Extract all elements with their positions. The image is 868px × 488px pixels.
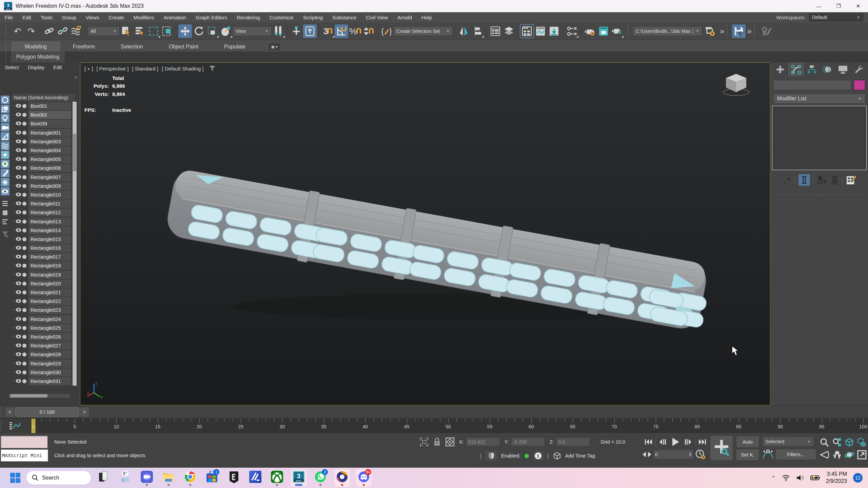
explorer-row-rectangle024[interactable]: Rectangle024 [12, 315, 71, 324]
explorer-row-rectangle020[interactable]: Rectangle020 [12, 279, 71, 288]
menu-item-civil-view[interactable]: Civil View [361, 12, 393, 22]
filter-bones-icon[interactable] [1, 169, 9, 177]
object-name[interactable]: Rectangle004 [28, 146, 71, 155]
explorer-row-rectangle014[interactable]: Rectangle014 [12, 226, 71, 235]
explorer-menu-display[interactable]: Display [28, 64, 44, 70]
tab-modify[interactable] [788, 63, 804, 76]
filter-settings-icon[interactable] [1, 230, 9, 238]
visibility-eye-icon[interactable] [16, 121, 21, 127]
go-to-start-button[interactable] [643, 436, 655, 447]
3dsmax-taskbar-icon[interactable]: 3MAX [291, 469, 307, 487]
object-name[interactable]: Rectangle016 [28, 244, 71, 252]
xbox-icon[interactable] [269, 469, 285, 487]
explorer-row-rectangle005[interactable]: Rectangle005 [12, 155, 71, 164]
render-setup-button[interactable] [583, 24, 597, 38]
previous-frame-button[interactable] [656, 436, 669, 447]
window-crossing-toggle[interactable] [160, 24, 174, 38]
explorer-menu-edit[interactable]: Edit [53, 64, 62, 70]
explorer-row-box001[interactable]: Box001 [12, 102, 71, 110]
go-to-end-button[interactable] [696, 436, 708, 447]
select-and-manipulate-button[interactable] [290, 24, 303, 38]
object-name[interactable]: Rectangle006 [28, 164, 71, 172]
object-name[interactable]: Rectangle021 [28, 288, 71, 297]
zoom-all-icon[interactable] [830, 436, 843, 448]
explorer-row-rectangle023[interactable]: Rectangle023 [12, 306, 71, 314]
taskbar-clock[interactable]: 3:45 PM 2/9/2023 [826, 471, 847, 485]
frozen-toggle-icon[interactable] [22, 344, 26, 348]
filter-cameras-icon[interactable] [1, 123, 9, 131]
taskbar-search[interactable]: Search [26, 471, 91, 485]
explorer-horizontal-scrollbar[interactable] [9, 394, 70, 398]
menu-item-graph-editors[interactable]: Graph Editors [191, 12, 232, 22]
select-and-rotate-button[interactable] [192, 24, 205, 38]
filter-shapes-icon[interactable] [1, 105, 9, 113]
weather-widget[interactable]: 6° [117, 469, 133, 487]
visibility-eye-icon[interactable] [16, 263, 21, 269]
filter-spacewarps-icon[interactable] [1, 141, 9, 150]
menu-item-rendering[interactable]: Rendering [232, 12, 265, 22]
battery-icon[interactable] [810, 475, 820, 481]
y-coordinate-field[interactable]: -0.258 [511, 438, 545, 446]
key-mode-toggle[interactable] [643, 452, 651, 457]
frozen-toggle-icon[interactable] [22, 299, 26, 303]
material-editor-button[interactable] [547, 24, 561, 38]
toolbar-overflow-chevron-2[interactable]: » [746, 26, 752, 36]
explorer-row-rectangle028[interactable]: Rectangle028 [12, 350, 71, 359]
object-color-swatch[interactable] [854, 80, 865, 90]
frozen-toggle-icon[interactable] [22, 175, 26, 179]
object-name[interactable]: Rectangle005 [28, 155, 71, 163]
add-time-tag-label[interactable]: Add Time Tag [565, 453, 595, 459]
menu-item-substance[interactable]: Substance [328, 12, 361, 22]
object-name[interactable]: Rectangle029 [28, 360, 71, 368]
visibility-eye-icon[interactable] [16, 281, 21, 287]
object-name[interactable]: Rectangle030 [28, 368, 71, 377]
open-mini-curve-editor-icon[interactable] [8, 421, 22, 431]
epic-games-icon[interactable] [226, 469, 241, 487]
modifier-stack[interactable] [772, 106, 867, 170]
explorer-row-box002[interactable]: Box002 [12, 110, 71, 119]
previous-frame-arrow[interactable]: < [5, 407, 14, 417]
undo-button[interactable]: ↶ [11, 24, 24, 38]
object-name[interactable]: Rectangle010 [28, 191, 71, 199]
object-name[interactable]: Rectangle009 [28, 182, 71, 190]
menu-item-group[interactable]: Group [57, 12, 81, 22]
menu-item-file[interactable]: File [0, 12, 18, 22]
maxscript-mini-input[interactable]: MAXScript Mini [1, 449, 48, 462]
object-name[interactable]: Box039 [28, 120, 71, 128]
visibility-eye-icon[interactable] [16, 254, 21, 260]
spinner-snap-toggle[interactable] [362, 24, 375, 38]
notification-center-badge[interactable]: 12 [853, 473, 863, 483]
whatsapp-icon[interactable]: 2 [313, 469, 328, 487]
visibility-eye-icon[interactable] [16, 334, 21, 340]
filter-helpers-icon[interactable] [1, 132, 9, 141]
visibility-eye-icon[interactable] [16, 361, 21, 367]
explorer-row-rectangle013[interactable]: Rectangle013 [12, 217, 71, 226]
rendered-frame-window-button[interactable] [597, 24, 610, 38]
frozen-toggle-icon[interactable] [22, 335, 26, 339]
explorer-row-rectangle006[interactable]: Rectangle006 [12, 164, 71, 172]
bind-to-spacewarp-icon[interactable] [70, 24, 83, 38]
orbit-icon[interactable] [843, 448, 855, 461]
ribbon-tab-object-paint[interactable]: Object Paint [156, 42, 211, 52]
explorer-row-rectangle018[interactable]: Rectangle018 [12, 261, 71, 270]
percent-snap-toggle[interactable]: % [348, 24, 362, 38]
explorer-row-rectangle015[interactable]: Rectangle015 [12, 235, 71, 244]
object-name[interactable]: Rectangle012 [28, 208, 71, 217]
visibility-eye-icon[interactable] [16, 112, 21, 118]
menu-item-create[interactable]: Create [104, 12, 129, 22]
visibility-eye-icon[interactable] [16, 130, 21, 136]
remove-modifier-icon[interactable] [831, 175, 839, 185]
tray-chevron-up-icon[interactable]: ⌃ [771, 475, 775, 481]
filter-frozen-icon[interactable] [1, 178, 9, 186]
visibility-eye-icon[interactable] [16, 147, 21, 154]
object-name[interactable]: Rectangle022 [28, 297, 71, 305]
visibility-eye-icon[interactable] [16, 289, 21, 296]
tab-hierarchy[interactable] [804, 63, 819, 76]
project-folder-dropdown[interactable]: C:\Users\BvdN...\3ds Max 2023▼ [633, 26, 702, 36]
frozen-toggle-icon[interactable] [22, 237, 26, 241]
frozen-toggle-icon[interactable] [22, 282, 26, 286]
browser-nightly-icon[interactable] [334, 469, 350, 487]
ribbon-tab-populate[interactable]: Populate [211, 42, 258, 52]
collapse-list-icon[interactable] [1, 208, 9, 217]
select-and-move-button[interactable] [178, 24, 192, 38]
